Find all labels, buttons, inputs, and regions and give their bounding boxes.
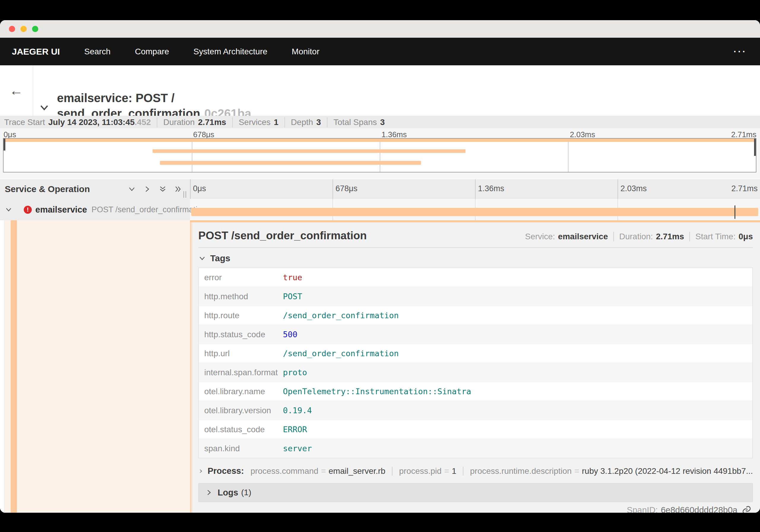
tag-row: errortrue <box>199 268 752 287</box>
logs-title: Logs <box>217 488 238 498</box>
timeline-minimap[interactable] <box>3 138 756 172</box>
process-kv: process.runtime.description=ruby 3.1.2p2… <box>463 466 753 476</box>
tags-title: Tags <box>210 253 230 263</box>
service-name: emailservice <box>35 205 87 215</box>
nav-item-search[interactable]: Search <box>84 47 111 56</box>
span-detail-section: POST /send_order_confirmation Service:em… <box>0 220 760 513</box>
detail-accent-border <box>190 222 193 513</box>
nav-item-monitor[interactable]: Monitor <box>292 47 319 56</box>
macos-titlebar <box>0 20 760 38</box>
tag-row: http.url/send_order_confirmation <box>199 344 752 363</box>
back-arrow-icon: ← <box>10 82 23 99</box>
timeline-grid-header: Service & Operation 0μs 678μs 1.36ms 2.0… <box>0 179 760 200</box>
collapse-span-chevron-icon[interactable] <box>5 206 13 214</box>
chevron-right-icon <box>198 467 203 475</box>
nav-item-compare[interactable]: Compare <box>135 47 169 56</box>
jaeger-logo[interactable]: JAEGER UI <box>12 47 60 57</box>
tick-label: 1.36ms <box>475 184 504 193</box>
span-detail-header: POST /send_order_confirmation Service:em… <box>198 229 753 242</box>
error-icon: ! <box>24 206 32 214</box>
minimap-span-bar <box>160 161 421 165</box>
trace-start: Trace Start July 14 2023, 11:03:45 .452 <box>0 117 157 127</box>
span-row[interactable]: ! emailservice POST /send_order_confirma… <box>0 199 760 220</box>
minimize-window-button[interactable] <box>21 26 27 32</box>
tag-row: span.kindserver <box>199 439 752 458</box>
timeline-minimap-section: 0μs 678μs 1.36ms 2.03ms 2.71ms <box>0 128 760 179</box>
span-timeline-column[interactable] <box>190 199 760 220</box>
tick-label: 2.03ms <box>618 184 647 193</box>
tree-controls <box>128 185 182 193</box>
zoom-window-button[interactable] <box>32 26 38 32</box>
process-kv: process.pid=1 <box>392 466 456 476</box>
minimap-span-bar <box>153 149 465 153</box>
trace-title-line1: emailservice: POST / <box>57 90 251 106</box>
trace-header: ← emailservice: POST / send_order_confir… <box>0 65 760 116</box>
span-duration-bar[interactable] <box>191 208 758 216</box>
span-detail-content: POST /send_order_confirmation Service:em… <box>198 222 753 513</box>
operation-name: POST /send_order_confirmation <box>91 205 206 214</box>
expand-all-chevron-right-icon[interactable] <box>143 185 151 193</box>
timeline-ruler: 0μs 678μs 1.36ms 2.03ms 2.71ms <box>190 179 760 199</box>
collapse-trace-chevron-icon[interactable] <box>39 102 50 113</box>
double-chevron-right-icon[interactable] <box>174 185 182 193</box>
span-id-footer: SpanID: 6e8d660dddd28b0a <box>627 505 752 513</box>
span-name-column[interactable]: ! emailservice POST /send_order_confirma… <box>0 199 190 220</box>
span-detail-title: POST /send_order_confirmation <box>198 229 367 242</box>
tags-table: errortrue http.methodPOST http.route/sen… <box>198 267 753 459</box>
trace-duration: Duration 2.71ms <box>157 117 233 127</box>
viewport-left-handle[interactable] <box>4 139 5 151</box>
detail-service: Service:emailservice <box>520 232 614 241</box>
service-color-indent-stripe <box>11 220 17 513</box>
tag-row: http.methodPOST <box>199 287 752 306</box>
detail-start-time: Start Time:0μs <box>690 232 753 241</box>
tag-row: otel.library.version0.19.4 <box>199 401 752 420</box>
tag-row: otel.library.nameOpenTelemetry::Instrume… <box>199 382 752 401</box>
tick-label: 678μs <box>332 184 357 193</box>
logs-section-toggle[interactable]: Logs (1) <box>198 483 753 502</box>
process-section-toggle[interactable]: Process: process.command=email_server.rb… <box>198 466 753 476</box>
tick-label: 0μs <box>193 184 206 193</box>
process-kv: process.command=email_server.rb <box>251 466 386 476</box>
tag-row: http.route/send_order_confirmation <box>199 306 752 325</box>
screen: { "window": { "buttons": ["close", "mini… <box>0 0 760 532</box>
tree-gutter <box>0 220 4 513</box>
divider <box>198 247 753 248</box>
minimap-tick-labels: 0μs 678μs 1.36ms 2.03ms 2.71ms <box>3 130 756 138</box>
close-window-button[interactable] <box>9 26 15 32</box>
trace-total-spans: Total Spans 3 <box>327 117 391 127</box>
app-window: JAEGER UI Search Compare System Architec… <box>0 20 760 513</box>
chevron-right-icon <box>205 489 213 496</box>
minimap-span-bar <box>4 139 756 142</box>
log-marker <box>735 206 736 219</box>
trace-depth: Depth 3 <box>285 117 327 127</box>
process-title: Process: <box>208 466 244 476</box>
gridline <box>192 139 192 172</box>
double-chevron-down-icon[interactable] <box>159 185 167 193</box>
gridline <box>568 139 569 172</box>
nav-overflow-menu[interactable]: ··· <box>734 47 747 57</box>
column-resize-handle[interactable] <box>183 191 186 198</box>
collapse-all-chevron-down-icon[interactable] <box>128 185 136 193</box>
tag-row: otel.status_codeERROR <box>199 420 752 439</box>
tag-row: http.status_code500 <box>199 325 752 344</box>
nav-item-system-architecture[interactable]: System Architecture <box>194 47 267 56</box>
service-operation-header: Service & Operation <box>0 179 191 199</box>
logs-count: (1) <box>241 488 251 497</box>
span-detail-meta: Service:emailservice Duration:2.71ms Sta… <box>520 232 753 241</box>
service-operation-title: Service & Operation <box>5 184 90 194</box>
copy-link-icon[interactable] <box>741 505 752 513</box>
trace-meta-bar: Trace Start July 14 2023, 11:03:45 .452 … <box>0 116 760 128</box>
span-detail-panel: POST /send_order_confirmation Service:em… <box>190 220 760 513</box>
tag-row: internal.span.formatproto <box>199 363 752 382</box>
back-button[interactable]: ← <box>0 65 33 116</box>
trace-services: Services 1 <box>233 117 285 127</box>
gridline <box>380 139 380 172</box>
chevron-down-icon <box>198 255 206 262</box>
top-nav: JAEGER UI Search Compare System Architec… <box>0 38 760 65</box>
span-id-label: SpanID: <box>627 505 658 513</box>
viewport-right-handle[interactable] <box>754 139 756 156</box>
span-detail-left-gutter <box>0 220 191 513</box>
tick-label: 2.71ms <box>731 184 758 193</box>
tags-section-toggle[interactable]: Tags <box>198 253 243 263</box>
detail-duration: Duration:2.71ms <box>614 232 690 241</box>
